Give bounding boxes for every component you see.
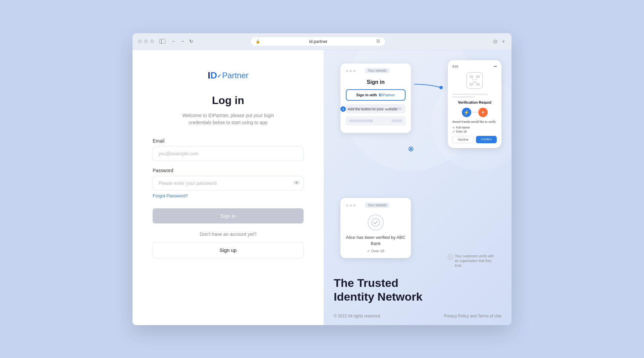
traffic-light-minimize[interactable] [144,39,148,43]
tagline-line1: The Trusted [334,276,398,289]
mobile-check2: ✓ Over 18 [452,130,497,133]
new-tab-icon[interactable]: ＋ [501,38,506,45]
face-id-svg [469,75,480,86]
cdot1 [473,112,474,113]
step1-label: 1 Add the button to your website [340,106,397,112]
mobile-line1 [452,94,488,95]
tagline: The Trusted Identity Network [334,276,501,304]
decline-button[interactable]: Decline [452,136,474,143]
tab-view-icon[interactable] [159,39,165,44]
footer-links: Privacy Policy and Terms of Use [444,314,501,318]
mobile-signal: ▪▪▪ [493,65,497,68]
right-panel: Your website Sign in Sign in with ID Par… [324,50,512,325]
tagline-line2: Identity Network [334,290,422,303]
card1-title: Sign in [346,79,406,85]
traffic-light-close[interactable] [138,39,142,43]
verified-icon [368,214,384,231]
email-group: Email [153,138,304,161]
no-account-text: Don't have an account yet? [200,232,256,237]
email-input[interactable] [153,146,304,161]
vdot3 [353,204,356,207]
right-bottom: The Trusted Identity Network © 2022 All … [324,269,512,325]
login-subtitle: Welcome to IDPartner, please put your lo… [174,112,282,126]
card-inline-logo: ID Partner [379,93,395,97]
mobile-lines [452,94,497,98]
traffic-lights [138,39,154,43]
logo-id: ID✓ [208,70,221,81]
verified-dots [346,204,356,207]
password-label: Password [153,168,304,173]
card-signin-btn: Sign in with ID Partner [346,89,406,101]
step1-text: Add the button to your website [347,107,397,111]
vdot1 [346,204,348,207]
logo: ID✓ Partner [208,70,249,81]
password-group: Password 👁 Forgot Password? [153,168,304,198]
browser-actions: ⊙ ＋ [493,38,506,45]
verified-text: Alice has been verified by ABC Bank [346,235,406,247]
footer-and: and [469,314,478,318]
browser-nav: ← → ↻ [171,38,194,44]
forgot-password-link[interactable]: Forgot Password? [153,193,304,198]
placeholder-bar4 [391,119,402,122]
card-mobile: 9:41 ▪▪▪ [448,60,501,148]
connector-svg [414,81,444,94]
browser-window: ← → ↻ 🔒 id.partner ⛓ ⊙ ＋ ID✓ Partner Log… [132,33,512,325]
back-button[interactable]: ← [171,38,177,44]
card-verified: Your website Alice has been verified by … [340,198,411,258]
browser-content: ID✓ Partner Log in Welcome to IDPartner,… [132,50,512,325]
card-placeholder-row2 [346,116,406,125]
verified-tag: Your website [365,203,389,208]
verified-check-row: ✓ Over 18 [346,249,406,253]
mobile-time: 9:41 [452,65,459,68]
address-bar[interactable]: 🔒 id.partner ⛓ [251,37,385,46]
dot1 [346,70,348,72]
password-input[interactable] [153,176,304,191]
svg-point-7 [372,218,380,226]
eye-icon[interactable]: 👁 [294,180,300,186]
profile-icon[interactable]: ⊙ [493,38,497,45]
forward-button[interactable]: → [179,38,185,44]
vdot2 [350,204,352,207]
connector-dots [473,112,477,113]
cdot2 [474,112,475,113]
face-id-icon [466,72,483,89]
step1-num: 1 [340,106,346,112]
svg-rect-1 [470,76,473,78]
svg-point-6 [476,79,477,80]
signin-button[interactable]: Sign in [153,208,304,223]
mobile-title: Verification Requst [452,100,497,104]
reload-button[interactable]: ↻ [188,38,194,44]
signup-button[interactable]: Sign up [153,242,304,258]
logo-partner: Partner [222,71,249,80]
mobile-check1: ✓ Full Name [452,126,497,129]
svg-point-0 [439,86,443,89]
dot3 [353,70,356,72]
terms-link[interactable]: Terms of Use [478,314,501,318]
checkmark-svg [371,218,380,227]
mockup-container: Your website Sign in Sign in with ID Par… [330,57,505,278]
brand-icon-blue: ⚡ [462,108,471,117]
lock-icon: 🔒 [256,39,260,44]
confirm-button[interactable]: Confirm [476,136,497,143]
placeholder-bar3 [349,119,373,122]
footer-bar: © 2022 All rights reserved. Privacy Poli… [334,314,501,318]
traffic-light-maximize[interactable] [150,39,154,43]
card-signin-btn-text: Sign in with [356,93,377,97]
dot2 [350,70,352,72]
cdot3 [476,112,477,113]
card-signin: Your website Sign in Sign in with ID Par… [340,63,411,133]
brand-icon-orange: ✳ [478,108,488,117]
login-title: Log in [212,94,244,107]
step2-label: 2 Your customers verify with an organiza… [448,254,498,268]
card1-tag: Your website [365,68,389,73]
password-wrapper: 👁 [153,176,304,191]
mobile-brand-icons: ⚡ ✳ [452,108,497,117]
connector [414,81,444,94]
mobile-btns: Decline Confirm [452,136,497,143]
browser-chrome: ← → ↻ 🔒 id.partner ⛓ ⊙ ＋ [132,33,512,50]
share-icon: ⛓ [376,39,380,44]
privacy-policy-link[interactable]: Privacy Policy [444,314,469,318]
card-dots [346,70,356,72]
url-text: id.partner [262,39,374,44]
svg-rect-4 [477,84,479,85]
